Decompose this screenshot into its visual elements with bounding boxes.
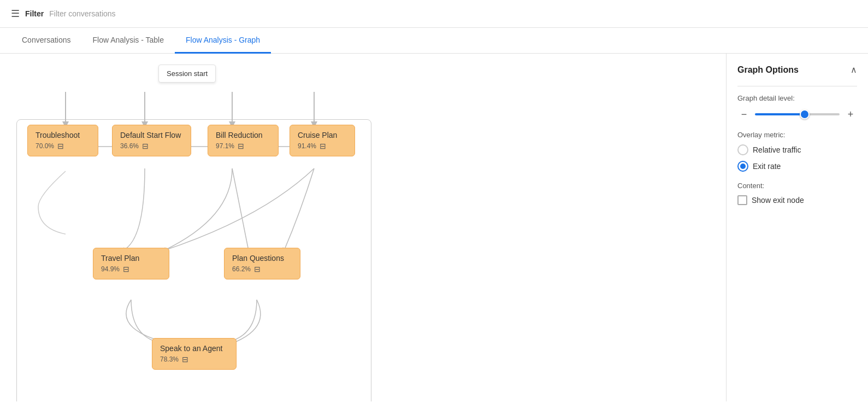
node-speak-to-agent[interactable]: Speak to an Agent 78.3% ⊟ [152, 338, 237, 370]
chevron-up-icon[interactable]: ∧ [851, 65, 857, 75]
options-title: Graph Options [737, 65, 799, 75]
main-content: Session start [0, 54, 868, 401]
filter-placeholder[interactable]: Filter conversations [49, 9, 115, 18]
node-bill-reduction[interactable]: Bill Reduction 97.1% ⊟ [208, 125, 279, 156]
slider-container: − + [737, 108, 857, 121]
node-troubleshoot[interactable]: Troubleshoot 70.0% ⊟ [27, 125, 98, 156]
speak-to-agent-metric: 78.3% [160, 355, 179, 363]
cruise-plan-metric: 91.4% [298, 142, 316, 150]
radio-relative-traffic-circle [737, 144, 748, 155]
show-exit-node-option[interactable]: Show exit node [737, 195, 857, 205]
bill-reduction-table-icon[interactable]: ⊟ [238, 142, 244, 150]
options-panel: Graph Options ∧ Graph detail level: − + … [726, 54, 868, 401]
session-start-label: Session start [167, 69, 208, 78]
flow-graph: Troubleshoot 70.0% ⊟ Default Start Flow … [11, 86, 382, 401]
speak-to-agent-table-icon[interactable]: ⊟ [182, 355, 188, 364]
default-start-metric: 36.6% [120, 142, 139, 150]
travel-plan-table-icon[interactable]: ⊟ [123, 265, 129, 273]
slider-increase-button[interactable]: + [844, 108, 857, 121]
options-header: Graph Options ∧ [737, 65, 857, 75]
session-start-tooltip: Session start [158, 65, 216, 83]
radio-exit-rate-inner [740, 164, 746, 169]
detail-level-group: Graph detail level: − + [737, 94, 857, 121]
filter-bar: ☰ Filter Filter conversations [0, 0, 868, 28]
default-start-table-icon[interactable]: ⊟ [142, 142, 149, 150]
plan-questions-metric: 66.2% [232, 265, 251, 273]
tab-flow-graph[interactable]: Flow Analysis - Graph [175, 28, 271, 54]
filter-icon: ☰ [11, 8, 20, 20]
graph-area: Session start [0, 54, 726, 401]
node-default-start[interactable]: Default Start Flow 36.6% ⊟ [112, 125, 191, 156]
show-exit-node-label: Show exit node [752, 196, 804, 205]
cruise-plan-table-icon[interactable]: ⊟ [320, 142, 326, 150]
troubleshoot-table-icon[interactable]: ⊟ [57, 142, 64, 150]
node-cruise-plan[interactable]: Cruise Plan 91.4% ⊟ [290, 125, 355, 156]
radio-relative-traffic[interactable]: Relative traffic [737, 144, 857, 155]
travel-plan-metric: 94.9% [101, 265, 120, 273]
slider-decrease-button[interactable]: − [737, 108, 751, 121]
radio-exit-rate-label: Exit rate [753, 162, 781, 171]
plan-questions-table-icon[interactable]: ⊟ [254, 265, 261, 273]
overlay-metric-label: Overlay metric: [737, 131, 857, 139]
node-plan-questions[interactable]: Plan Questions 66.2% ⊟ [224, 248, 300, 279]
troubleshoot-metric: 70.0% [36, 142, 54, 150]
overlay-metric-group: Overlay metric: Relative traffic Exit ra… [737, 131, 857, 172]
radio-exit-rate[interactable]: Exit rate [737, 161, 857, 172]
radio-exit-rate-circle [737, 161, 748, 172]
options-divider [737, 86, 857, 86]
node-travel-plan[interactable]: Travel Plan 94.9% ⊟ [93, 248, 169, 279]
detail-level-slider[interactable] [755, 113, 840, 115]
content-group: Content: Show exit node [737, 182, 857, 205]
detail-level-label: Graph detail level: [737, 94, 857, 102]
tab-flow-table[interactable]: Flow Analysis - Table [82, 28, 175, 54]
bill-reduction-metric: 97.1% [216, 142, 234, 150]
filter-label: Filter [25, 9, 44, 18]
radio-relative-traffic-label: Relative traffic [753, 145, 801, 154]
tab-bar: Conversations Flow Analysis - Table Flow… [0, 28, 868, 54]
show-exit-node-checkbox[interactable] [737, 195, 747, 205]
tab-conversations[interactable]: Conversations [11, 28, 82, 54]
content-label: Content: [737, 182, 857, 190]
